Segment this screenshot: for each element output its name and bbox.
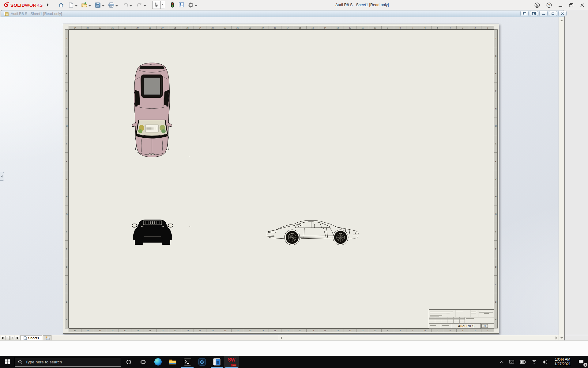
tray-display-button[interactable]: [506, 356, 517, 368]
zone-label: 15: [306, 329, 319, 332]
scroll-left-arrow-icon[interactable]: [281, 336, 282, 339]
menu-expand-arrow-icon[interactable]: [47, 3, 50, 6]
blue-window-app-button[interactable]: [209, 356, 224, 368]
tray-clock[interactable]: 10:44 AM 1/27/2021: [551, 356, 575, 368]
scroll-up-arrow-icon[interactable]: [560, 20, 563, 21]
action-center-button[interactable]: 1: [575, 356, 588, 368]
brand-solid: SOLID: [10, 2, 25, 8]
panel-collapse-handle[interactable]: [0, 172, 4, 181]
zone-label: 12: [344, 26, 356, 29]
vertical-scrollbar[interactable]: [559, 17, 564, 335]
restore-button[interactable]: [569, 3, 574, 7]
home-button[interactable]: [58, 1, 65, 9]
open-button[interactable]: [81, 1, 88, 9]
print-dropdown[interactable]: [115, 5, 118, 8]
clock-date: 1/27/2021: [554, 362, 571, 366]
new-document-dropdown[interactable]: [75, 5, 77, 8]
next-sheet-button[interactable]: [10, 336, 14, 340]
start-button[interactable]: [0, 356, 15, 368]
print-button[interactable]: [108, 1, 115, 9]
drawing-view-top[interactable]: [131, 62, 172, 157]
close-button[interactable]: [580, 3, 584, 7]
task-pane-strip[interactable]: [564, 17, 588, 335]
undo-button[interactable]: [122, 1, 129, 9]
open-dropdown[interactable]: [89, 5, 91, 8]
last-sheet-button[interactable]: [15, 336, 19, 340]
brand-works: WORKS: [25, 2, 43, 8]
scroll-down-arrow-icon[interactable]: [560, 337, 563, 339]
doc-pane-left-button[interactable]: [520, 11, 529, 16]
minimize-button[interactable]: [558, 3, 563, 7]
zone-label: 25: [181, 329, 194, 332]
zone-label: P: [494, 82, 497, 100]
task-view-button[interactable]: [136, 356, 151, 368]
zone-label: N: [494, 100, 497, 117]
zone-label: 15: [306, 26, 319, 29]
graphics-area[interactable]: 3433323130292827262524232221201918171615…: [0, 17, 588, 335]
doc-restore-button[interactable]: [549, 11, 557, 16]
zone-label: 23: [206, 329, 219, 332]
taskbar-search[interactable]: [15, 357, 121, 367]
zone-label: 13: [331, 329, 344, 332]
property-form-icon: [179, 2, 184, 7]
tray-wifi-button[interactable]: [529, 356, 540, 368]
command-prompt-button[interactable]: [180, 356, 195, 368]
drawing-sheet[interactable]: 3433323130292827262524232221201918171615…: [63, 24, 499, 334]
zone-label: R: [65, 65, 68, 82]
drawing-view-side[interactable]: [265, 217, 360, 245]
title-block-cell: [488, 324, 494, 328]
scrollbar-corner[interactable]: [559, 335, 564, 340]
tray-volume-button[interactable]: [540, 356, 551, 368]
previous-sheet-button[interactable]: [6, 336, 10, 340]
first-sheet-button[interactable]: [1, 336, 5, 340]
cortana-button[interactable]: [121, 356, 136, 368]
horizontal-scrollbar[interactable]: [279, 335, 559, 340]
undo-dropdown[interactable]: [130, 5, 132, 8]
undo-icon: [123, 3, 128, 7]
task-view-icon: [141, 359, 146, 365]
tray-battery-button[interactable]: [517, 356, 529, 368]
doc-minimize-button[interactable]: [539, 11, 548, 16]
new-document-button[interactable]: [67, 1, 75, 9]
drawing-view-front[interactable]: [132, 217, 173, 246]
zone-label: 16: [294, 26, 306, 29]
save-button[interactable]: [94, 1, 102, 9]
zone-label: N: [65, 100, 68, 117]
zone-label: 27: [156, 26, 169, 29]
stray-mark: [189, 156, 189, 157]
open-folder-icon: [81, 2, 88, 8]
gem-app-button[interactable]: [195, 356, 209, 368]
doc-close-button[interactable]: [558, 11, 567, 16]
properties-button[interactable]: [178, 1, 185, 9]
solidworks-taskbar-button[interactable]: SW 2021: [224, 356, 239, 368]
tab-sheet1[interactable]: Sheet1: [21, 335, 42, 340]
options-dropdown[interactable]: [195, 5, 197, 8]
zone-label: 2: [469, 329, 481, 332]
zone-label: 21: [231, 329, 244, 332]
zone-label: 21: [231, 26, 244, 29]
zone-label: 8: [394, 26, 406, 29]
scroll-right-arrow-icon[interactable]: [556, 336, 557, 339]
zone-label: 19: [256, 26, 269, 29]
search-input[interactable]: [25, 360, 118, 364]
interference-check-button[interactable]: [169, 1, 176, 9]
options-button[interactable]: [187, 1, 194, 9]
account-icon[interactable]: [534, 2, 540, 8]
zone-label: 17: [281, 329, 294, 332]
notification-badge: 1: [583, 363, 587, 367]
tray-show-hidden-button[interactable]: [497, 356, 506, 368]
add-sheet-button[interactable]: [43, 335, 51, 340]
traffic-light-icon: [171, 2, 174, 8]
file-explorer-button[interactable]: [165, 356, 180, 368]
doc-pane-right-button[interactable]: [530, 11, 538, 16]
redo-button[interactable]: [136, 1, 143, 9]
redo-dropdown[interactable]: [144, 5, 146, 8]
help-icon[interactable]: ?: [546, 2, 552, 8]
select-tool-dropdown[interactable]: [161, 1, 165, 9]
zone-label: 26: [169, 329, 181, 332]
zone-label: B: [494, 293, 497, 310]
title-block-tolerance-table: [429, 317, 465, 323]
edge-button[interactable]: [151, 356, 165, 368]
select-tool-button[interactable]: [152, 1, 161, 9]
save-dropdown[interactable]: [102, 5, 104, 8]
